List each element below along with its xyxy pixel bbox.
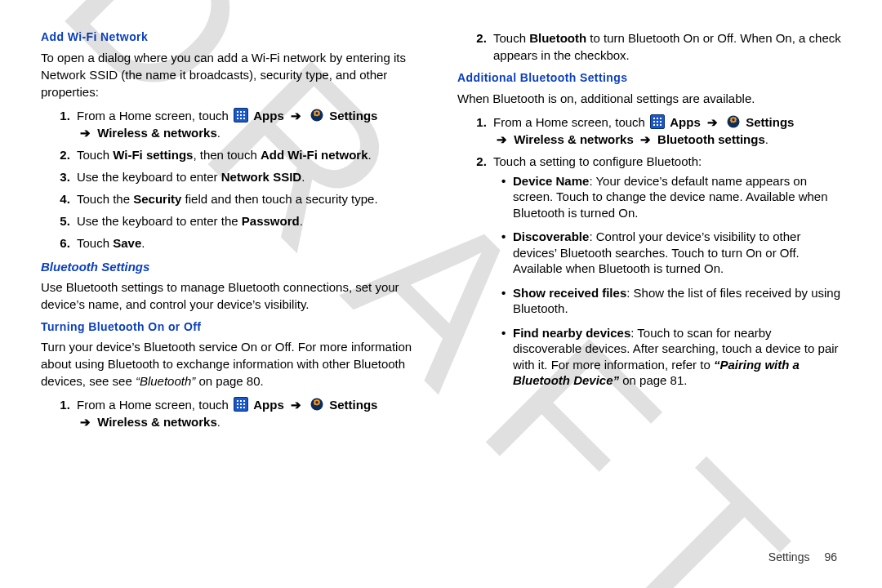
turning-bluetooth-step-1: From a Home screen, touch Apps ➔ Setting… <box>74 396 425 430</box>
arrow-icon: ➔ <box>640 132 651 146</box>
add-wifi-step-4: Touch the Security field and then touch … <box>74 190 425 207</box>
add-wifi-network-label: Add Wi-Fi network <box>261 148 368 162</box>
option-title: Show received files <box>513 286 626 300</box>
heading-bluetooth-settings: Bluetooth Settings <box>41 258 425 275</box>
wireless-label: Wireless & networks <box>514 132 634 146</box>
bluetooth-label: Bluetooth <box>529 31 586 45</box>
two-column-layout: Add Wi-Fi Network To open a dialog where… <box>41 24 841 430</box>
text: Touch <box>77 148 113 162</box>
footer-section: Settings <box>768 550 810 564</box>
bluetooth-settings-label: Bluetooth settings <box>657 132 765 146</box>
option-device-name: Device Name: Your device’s default name … <box>505 173 841 221</box>
footer-page-number: 96 <box>824 550 837 564</box>
settings-icon <box>310 108 324 122</box>
wireless-label: Wireless & networks <box>97 415 217 429</box>
network-ssid-label: Network SSID <box>221 170 301 184</box>
apps-label: Apps <box>253 398 284 412</box>
add-wifi-steps: From a Home screen, touch Apps ➔ Setting… <box>41 107 425 252</box>
text: Use the keyboard to enter <box>77 170 221 184</box>
add-wifi-step-6: Touch Save. <box>74 234 425 252</box>
text: , then touch <box>193 148 261 162</box>
wifi-settings-label: Wi-Fi settings <box>113 148 193 162</box>
additional-bluetooth-step-2: Touch a setting to configure Bluetooth: … <box>490 153 841 389</box>
apps-icon <box>650 114 665 129</box>
arrow-icon: ➔ <box>80 126 91 140</box>
text: From a Home screen, touch <box>77 109 232 122</box>
add-wifi-step-3: Use the keyboard to enter Network SSID. <box>74 168 425 185</box>
svg-point-5 <box>732 118 734 121</box>
heading-turning-bluetooth: Turning Bluetooth On or Off <box>41 319 425 336</box>
turning-bluetooth-intro: Turn your device’s Bluetooth service On … <box>41 338 425 390</box>
option-title: Device Name <box>513 174 589 188</box>
text: Use the keyboard to enter the <box>77 214 242 228</box>
settings-label: Settings <box>746 115 794 129</box>
text: Touch <box>493 31 529 45</box>
text: From a Home screen, touch <box>77 398 232 412</box>
additional-bluetooth-intro: When Bluetooth is on, additional setting… <box>457 90 841 107</box>
arrow-icon: ➔ <box>291 109 301 122</box>
add-wifi-step-5: Use the keyboard to enter the Password. <box>74 212 425 229</box>
page-footer: Settings96 <box>768 550 837 564</box>
manual-page: DRAFT Add Wi-Fi Network To open a dialog… <box>0 0 882 588</box>
text: From a Home screen, touch <box>493 115 648 129</box>
option-title: Find nearby devices <box>513 326 630 340</box>
settings-icon <box>726 114 741 129</box>
text: field and then touch a security type. <box>181 192 377 206</box>
option-show-received: Show received files: Show the list of fi… <box>505 285 841 317</box>
apps-icon <box>234 108 248 122</box>
svg-point-1 <box>315 112 318 114</box>
password-label: Password <box>242 214 300 228</box>
text: Touch the <box>77 192 133 206</box>
wireless-label: Wireless & networks <box>97 126 217 140</box>
arrow-icon: ➔ <box>80 415 91 429</box>
additional-bluetooth-steps: From a Home screen, touch Apps ➔ Setting… <box>457 114 841 389</box>
option-title: Discoverable <box>513 229 589 243</box>
settings-label: Settings <box>329 398 377 412</box>
security-label: Security <box>133 192 181 206</box>
svg-point-3 <box>315 401 318 403</box>
save-label: Save <box>113 236 141 250</box>
text: Touch a setting to configure Bluetooth: <box>493 154 702 168</box>
apps-label: Apps <box>253 109 284 122</box>
arrow-icon: ➔ <box>707 115 718 129</box>
settings-label: Settings <box>329 109 377 122</box>
settings-icon <box>310 397 324 412</box>
turning-bluetooth-step-2: Touch Bluetooth to turn Bluetooth On or … <box>490 29 841 64</box>
apps-label: Apps <box>670 115 701 129</box>
option-desc-tail: on page 81. <box>619 373 687 387</box>
bluetooth-settings-intro: Use Bluetooth settings to manage Bluetoo… <box>41 278 425 313</box>
additional-bluetooth-step-1: From a Home screen, touch Apps ➔ Setting… <box>490 114 841 148</box>
option-discoverable: Discoverable: Control your device’s visi… <box>505 229 841 277</box>
heading-add-wifi: Add Wi-Fi Network <box>41 29 425 46</box>
add-wifi-intro: To open a dialog where you can add a Wi-… <box>41 49 425 100</box>
text: on page 80. <box>195 374 263 388</box>
arrow-icon: ➔ <box>497 132 507 146</box>
apps-icon <box>234 397 248 412</box>
add-wifi-step-2: Touch Wi-Fi settings, then touch Add Wi-… <box>74 146 425 163</box>
arrow-icon: ➔ <box>291 398 301 412</box>
text: Touch <box>77 236 113 250</box>
bluetooth-options-list: Device Name: Your device’s default name … <box>493 173 841 389</box>
heading-additional-bluetooth: Additional Bluetooth Settings <box>457 70 841 87</box>
bluetooth-xref: “Bluetooth” <box>136 374 195 388</box>
option-find-nearby: Find nearby devices: Touch to scan for n… <box>505 325 841 389</box>
add-wifi-step-1: From a Home screen, touch Apps ➔ Setting… <box>74 107 425 141</box>
